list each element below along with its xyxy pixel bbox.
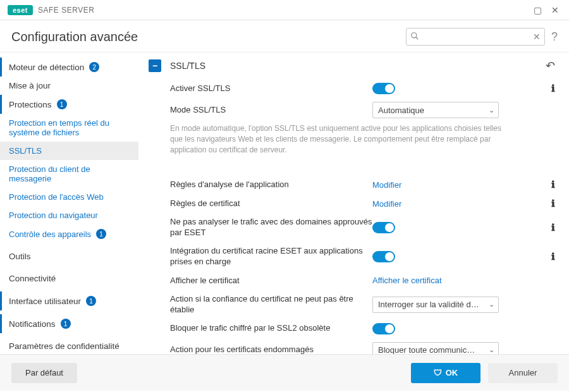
sidebar-item-browser[interactable]: Protection du navigateur — [0, 206, 138, 224]
info-icon[interactable]: ℹ — [551, 179, 555, 190]
row-ssl-mode: Mode SSL/TLS Automatique ⌄ — [149, 98, 555, 122]
select-untrusted-action[interactable]: Interroger sur la validité du … ⌄ — [372, 297, 499, 313]
row-label: Bloquer le trafic chiffré par le SSL2 ob… — [170, 323, 372, 334]
row-label: Mode SSL/TLS — [170, 105, 372, 116]
clear-search-icon[interactable]: ✕ — [533, 32, 541, 42]
row-label: Intégration du certificat racine ESET au… — [170, 246, 372, 267]
select-ssl-mode[interactable]: Automatique ⌄ — [372, 102, 499, 118]
select-value: Bloquer toute communicati… — [378, 345, 479, 354]
info-icon[interactable]: ℹ — [551, 251, 555, 262]
search-input[interactable] — [424, 28, 527, 45]
row-show-cert: Afficher le certificat Afficher le certi… — [149, 271, 555, 290]
row-label: Règles de certificat — [170, 199, 372, 209]
sidebar-item-label: Contrôle des appareils — [9, 230, 91, 239]
sidebar-item-web-access[interactable]: Protection de l'accès Web — [0, 188, 138, 206]
row-damaged-action: Action pour les certificats endommagés B… — [149, 338, 555, 354]
sidebar-item-realtime-fs[interactable]: Protection en temps réel du système de f… — [0, 114, 138, 142]
sidebar-item-tools[interactable]: Outils — [0, 247, 138, 266]
link-edit-cert-rules[interactable]: Modifier — [372, 199, 401, 209]
sidebar-item-protections[interactable]: Protections 1 — [0, 95, 138, 114]
mode-description: En mode automatique, l'option SSL/TLS es… — [149, 122, 503, 164]
sidebar-item-label: Moteur de détection — [9, 63, 84, 72]
sidebar-badge: 2 — [89, 62, 99, 72]
sidebar-item-label: Outils — [9, 252, 31, 261]
header: Configuration avancée ✕ ? — [0, 20, 569, 52]
sidebar-item-label: Protection de l'accès Web — [9, 192, 104, 202]
sidebar-item-label: Protections — [9, 100, 52, 109]
row-exclude-trusted: Ne pas analyser le trafic avec des domai… — [149, 213, 555, 242]
sidebar-item-label: Protection en temps réel du système de f… — [9, 118, 132, 137]
section-header: − SSL/TLS ↶ — [149, 59, 555, 73]
sidebar-item-label: Protection du client de messagerie — [9, 164, 132, 183]
footer: Par défaut 🛡 OK Annuler — [0, 354, 569, 391]
window-maximize-button[interactable]: ▢ — [529, 1, 546, 19]
brand-badge: eset — [8, 5, 33, 15]
info-icon[interactable]: ℹ — [551, 222, 555, 233]
search-box[interactable]: ✕ — [406, 28, 545, 46]
sidebar-item-notifications[interactable]: Notifications 1 — [0, 314, 138, 333]
link-edit-app-rules[interactable]: Modifier — [372, 180, 401, 190]
ok-button[interactable]: 🛡 OK — [411, 363, 480, 383]
cancel-button[interactable]: Annuler — [488, 363, 558, 383]
sidebar-item-label: SSL/TLS — [9, 146, 42, 156]
svg-line-1 — [416, 37, 419, 39]
select-value: Interroger sur la validité du … — [378, 300, 479, 309]
sidebar-item-device-control[interactable]: Contrôle des appareils 1 — [0, 224, 138, 243]
chevron-down-icon: ⌄ — [489, 300, 494, 309]
row-app-rules: Règles d'analyse de l'application Modifi… — [149, 175, 555, 194]
sidebar-item-label: Mise à jour — [9, 81, 51, 90]
search-icon — [410, 32, 419, 42]
sidebar-item-ui[interactable]: Interface utilisateur 1 — [0, 291, 138, 310]
info-icon[interactable]: ℹ — [551, 83, 555, 94]
content-panel: − SSL/TLS ↶ Activer SSL/TLS ℹ Mode SSL/T… — [142, 52, 569, 354]
revert-icon[interactable]: ↶ — [546, 59, 555, 73]
sidebar-item-ssl-tls[interactable]: SSL/TLS — [0, 142, 138, 160]
row-label: Action si la confiance du certificat ne … — [170, 294, 372, 315]
sidebar-badge: 1 — [57, 99, 67, 109]
collapse-section-button[interactable]: − — [149, 59, 161, 72]
sidebar-item-label: Protection du navigateur — [9, 211, 98, 220]
section-title: SSL/TLS — [170, 61, 205, 71]
page-title: Configuration avancée — [11, 30, 138, 44]
row-cert-rules: Règles de certificat Modifier ℹ — [149, 194, 555, 213]
sidebar-item-label: Interface utilisateur — [9, 297, 81, 306]
sidebar-item-label: Paramètres de confidentialité — [9, 341, 119, 351]
row-label: Règles d'analyse de l'application — [170, 180, 372, 190]
sidebar-item-privacy[interactable]: Paramètres de confidentialité — [0, 337, 138, 354]
row-block-ssl2: Bloquer le trafic chiffré par le SSL2 ob… — [149, 319, 555, 338]
row-root-cert: Intégration du certificat racine ESET au… — [149, 242, 555, 271]
sidebar: Moteur de détection 2 Mise à jour Protec… — [0, 52, 142, 354]
info-icon[interactable]: ℹ — [551, 198, 555, 209]
toggle-exclude-trusted[interactable] — [372, 222, 395, 233]
sidebar-item-email-client[interactable]: Protection du client de messagerie — [0, 160, 138, 188]
chevron-down-icon: ⌄ — [489, 106, 494, 114]
select-value: Automatique — [378, 106, 424, 115]
toggle-enable-ssl[interactable] — [372, 83, 395, 94]
row-label: Action pour les certificats endommagés — [170, 345, 372, 354]
help-button[interactable]: ? — [551, 30, 558, 44]
row-label: Ne pas analyser le trafic avec des domai… — [170, 217, 372, 238]
row-untrusted-action: Action si la confiance du certificat ne … — [149, 290, 555, 319]
toggle-root-cert[interactable] — [372, 251, 395, 262]
row-label: Afficher le certificat — [170, 276, 372, 286]
sidebar-item-update[interactable]: Mise à jour — [0, 77, 138, 95]
sidebar-badge: 1 — [86, 296, 96, 306]
ok-label: OK — [446, 368, 458, 377]
svg-point-0 — [412, 32, 417, 37]
sidebar-item-label: Connectivité — [9, 274, 56, 283]
sidebar-item-detection-engine[interactable]: Moteur de détection 2 — [0, 58, 138, 77]
shield-icon: 🛡 — [434, 368, 442, 377]
row-enable-ssl: Activer SSL/TLS ℹ — [149, 79, 555, 98]
toggle-block-ssl2[interactable] — [372, 323, 395, 334]
select-damaged-action[interactable]: Bloquer toute communicati… ⌄ — [372, 342, 499, 354]
row-label: Activer SSL/TLS — [170, 83, 372, 94]
sidebar-badge: 1 — [61, 319, 71, 329]
sidebar-badge: 1 — [96, 229, 106, 239]
sidebar-item-connectivity[interactable]: Connectivité — [0, 269, 138, 288]
brand-product: SAFE SERVER — [38, 6, 94, 15]
link-show-cert[interactable]: Afficher le certificat — [372, 276, 442, 285]
sidebar-item-label: Notifications — [9, 319, 56, 329]
window-close-button[interactable]: ✕ — [546, 1, 564, 19]
default-button[interactable]: Par défaut — [11, 363, 77, 383]
chevron-down-icon: ⌄ — [489, 346, 494, 354]
